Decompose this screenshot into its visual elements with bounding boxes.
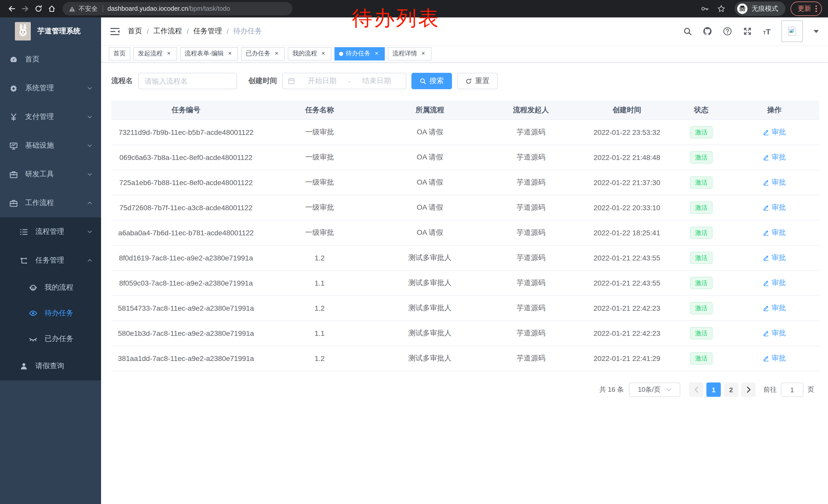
password-key-icon[interactable] (701, 5, 709, 13)
sidebar-item-payment-mgmt[interactable]: 支付管理 (0, 102, 101, 131)
approve-button[interactable]: 审批 (763, 278, 786, 288)
browser-menu-dots-icon[interactable] (815, 5, 817, 13)
goto-page-input[interactable] (781, 382, 803, 397)
approve-button[interactable]: 审批 (763, 329, 786, 338)
process-cell: OA 请假 (379, 178, 481, 187)
approve-button[interactable]: 审批 (763, 203, 786, 212)
browser-update-button[interactable]: 更新 (791, 2, 822, 16)
tab-发起流程[interactable]: 发起流程 × (133, 47, 177, 60)
sidebar-item-process-mgmt[interactable]: 流程管理 (0, 217, 101, 246)
pagination-total: 共 16 条 (599, 385, 624, 394)
search-button-icon (420, 78, 426, 84)
status-badge: 激活 (690, 227, 713, 239)
table-row: 8f059c03-7ac8-11ec-a9e2-a2380e71991a 1.1… (111, 271, 819, 296)
next-page-button[interactable] (741, 382, 756, 397)
incognito-label: 无痕模式 (752, 4, 778, 13)
sidebar-item-todo-task[interactable]: 待办任务 (0, 301, 101, 326)
starter-cell: 芋道源码 (481, 228, 581, 237)
sidebar-item-my-process[interactable]: 我的流程 (0, 275, 101, 301)
tab-close-icon[interactable]: × (226, 50, 234, 57)
browser-reload-icon[interactable] (32, 2, 45, 15)
page-size-select[interactable]: 10条/页 (629, 382, 680, 397)
avatar-caret-down-icon[interactable] (814, 29, 819, 33)
tab-close-icon[interactable]: × (420, 50, 427, 57)
sidebar-item-workflow[interactable]: 工作流程 (0, 189, 101, 217)
tab-流程表单-编辑[interactable]: 流程表单-编辑 × (180, 47, 238, 60)
page-button-2[interactable]: 2 (724, 382, 738, 397)
sidebar-item-label: 待办任务 (45, 309, 73, 318)
sidebar-item-label: 请假查询 (35, 362, 64, 371)
font-size-icon[interactable]: TT (763, 27, 771, 36)
bookmark-star-icon[interactable] (717, 5, 726, 13)
page-size-value: 10条/页 (638, 385, 661, 394)
search-button[interactable]: 搜索 (411, 73, 452, 89)
action-cell: 审批 (730, 304, 819, 313)
breadcrumb-item[interactable]: 首页 (128, 27, 142, 36)
github-icon[interactable] (703, 27, 712, 36)
approve-button[interactable]: 审批 (763, 304, 786, 313)
approve-button[interactable]: 审批 (763, 354, 786, 363)
status-badge: 激活 (690, 252, 713, 264)
chevron-down-icon (87, 171, 93, 177)
approve-button[interactable]: 审批 (763, 178, 786, 187)
task-name-cell: 一级审批 (261, 153, 379, 162)
browser-back-icon[interactable] (5, 2, 18, 15)
sidebar-item-infrastructure[interactable]: 基础设施 (0, 131, 101, 160)
tab-close-icon[interactable]: × (320, 50, 327, 57)
address-bar[interactable]: 不安全 dashboard.yudao.iocoder.cn/bpm/task/… (63, 2, 292, 15)
process-cell: 测试多审批人 (379, 354, 481, 363)
avatar[interactable] (781, 20, 803, 42)
fullscreen-icon[interactable] (743, 27, 752, 36)
sidebar-item-dev-tools[interactable]: 研发工具 (0, 160, 101, 189)
sidebar-item-task-mgmt[interactable]: 任务管理 (0, 246, 101, 275)
breadcrumb-item[interactable]: 任务管理 (194, 27, 222, 36)
sidebar-item-leave-query[interactable]: 请假查询 (0, 352, 101, 380)
edit-pen-icon (763, 255, 770, 261)
reset-button[interactable]: 重置 (457, 73, 498, 89)
browser-forward-icon[interactable] (18, 2, 32, 15)
sidebar-item-label: 工作流程 (25, 198, 54, 208)
tab-close-icon[interactable]: × (165, 50, 172, 57)
date-range-picker[interactable]: 开始日期 - 结束日期 (282, 73, 406, 89)
process-name-input[interactable] (138, 73, 237, 89)
goto-label: 前往 (763, 385, 777, 394)
tab-close-icon[interactable]: × (273, 50, 280, 57)
page-buttons: 12 (705, 382, 740, 397)
starter-cell: 芋道源码 (481, 304, 581, 313)
tab-label: 待办任务 (346, 49, 370, 58)
tab-首页[interactable]: 首页 (109, 47, 130, 60)
tab-流程详情[interactable]: 流程详情 × (388, 47, 431, 60)
tab-我的流程[interactable]: 我的流程 × (288, 47, 331, 60)
app-logo-image (15, 22, 31, 41)
reset-refresh-icon (465, 78, 472, 84)
action-cell: 审批 (730, 278, 819, 288)
prev-page-button[interactable] (689, 382, 703, 397)
header-search-icon[interactable] (684, 27, 692, 36)
eye-closed-icon (29, 334, 37, 343)
approve-button[interactable]: 审批 (763, 228, 786, 237)
created-time-cell: 2022-01-21 22:43:55 (581, 254, 673, 262)
tab-待办任务[interactable]: 待办任务 × (334, 47, 385, 60)
tab-已办任务[interactable]: 已办任务 × (241, 47, 285, 60)
approve-button[interactable]: 审批 (763, 153, 786, 162)
help-question-icon[interactable] (723, 27, 732, 36)
breadcrumb-item[interactable]: 工作流程 (153, 27, 182, 36)
filter-row: 流程名 创建时间 开始日期 - 结束日期 (111, 73, 819, 89)
approve-button[interactable]: 审批 (763, 253, 786, 263)
status-badge: 激活 (690, 201, 713, 214)
sidebar: 芋道管理系统 首页 系统管理 支付管理 基础设施 研发工具 工作流程 流程管理 … (0, 17, 101, 504)
approve-button[interactable]: 审批 (763, 128, 786, 137)
action-cell: 审批 (730, 253, 819, 263)
sidebar-item-done-task[interactable]: 已办任务 (0, 326, 101, 352)
sidebar-item-system-mgmt[interactable]: 系统管理 (0, 74, 101, 102)
status-cell: 激活 (673, 277, 730, 289)
browser-home-icon[interactable] (45, 2, 58, 15)
sidebar-collapse-icon[interactable] (110, 28, 120, 35)
sidebar-item-label: 首页 (25, 55, 40, 64)
status-cell: 激活 (673, 327, 730, 339)
tab-close-icon[interactable]: × (373, 50, 380, 57)
page-button-1[interactable]: 1 (706, 382, 721, 397)
sidebar-item-home[interactable]: 首页 (0, 45, 101, 74)
security-label: 不安全 (79, 4, 98, 13)
task-id-cell: 8f0d1619-7ac8-11ec-a9e2-a2380e71991a (111, 254, 261, 262)
